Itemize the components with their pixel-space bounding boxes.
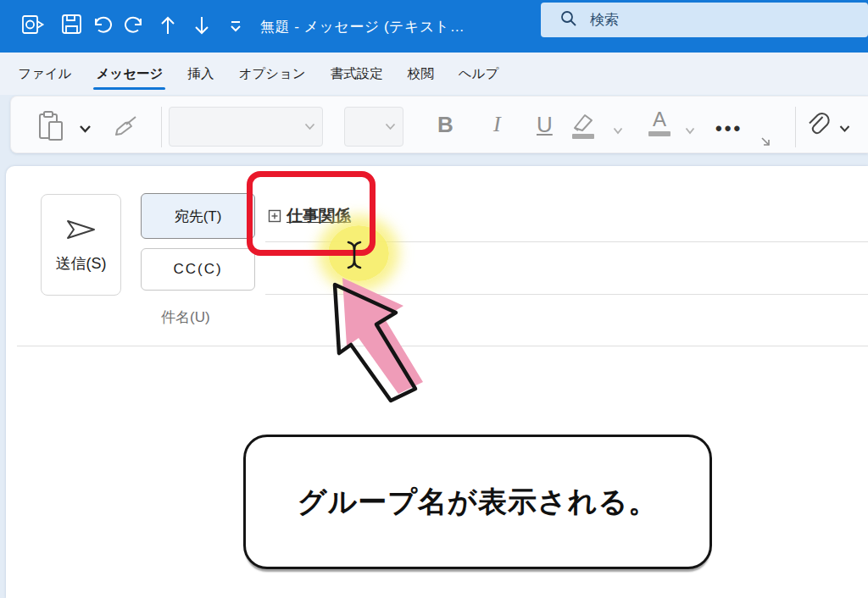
tab-insert[interactable]: 挿入 xyxy=(182,53,219,95)
outlook-message-window: 無題 - メッセージ (テキスト… ファイル メッセージ 挿入 オプション 書式… xyxy=(0,0,868,598)
attach-dropdown-chevron-icon[interactable] xyxy=(839,121,850,136)
font-color-button[interactable]: A xyxy=(648,109,670,136)
highlight-color-bar xyxy=(572,134,594,139)
more-formatting-button[interactable]: ••• xyxy=(715,118,743,140)
underline-button[interactable]: U xyxy=(537,112,553,137)
format-painter-icon[interactable] xyxy=(111,114,140,144)
font-color-dropdown-chevron-icon[interactable] xyxy=(685,123,695,138)
subject-label: 件名(U) xyxy=(161,307,210,327)
highlight-color-button[interactable] xyxy=(570,112,596,139)
tab-review[interactable]: 校閲 xyxy=(403,53,439,95)
font-size-combobox[interactable] xyxy=(344,107,403,147)
send-icon xyxy=(64,216,99,243)
qat-customize-icon[interactable] xyxy=(227,19,244,37)
move-up-icon[interactable] xyxy=(158,14,178,40)
tab-help[interactable]: ヘルプ xyxy=(453,53,504,95)
font-color-bar xyxy=(648,131,670,136)
highlight-dropdown-chevron-icon[interactable] xyxy=(613,123,623,138)
pink-arrow-annotation xyxy=(322,267,437,414)
redo-icon[interactable] xyxy=(124,14,147,40)
window-title: 無題 - メッセージ (テキスト… xyxy=(260,0,465,53)
chevron-down-icon xyxy=(385,123,396,130)
cc-button[interactable]: CC(C) xyxy=(141,248,255,291)
search-input[interactable] xyxy=(541,3,868,37)
tab-options[interactable]: オプション xyxy=(233,53,310,95)
tab-message[interactable]: メッセージ xyxy=(91,53,168,95)
chevron-down-icon xyxy=(304,123,315,130)
to-label: 宛先(T) xyxy=(175,207,222,226)
highlighter-icon xyxy=(570,112,596,132)
tab-file[interactable]: ファイル xyxy=(13,53,76,95)
outlook-app-icon xyxy=(19,12,45,41)
ribbon-toolbar: B I U A ••• xyxy=(10,96,868,153)
undo-icon[interactable] xyxy=(90,14,113,40)
send-button[interactable]: 送信(S) xyxy=(41,194,121,296)
toolbar-separator xyxy=(161,107,162,147)
search-icon xyxy=(559,9,578,31)
toolbar-separator xyxy=(795,107,796,147)
attach-file-icon[interactable] xyxy=(806,108,832,145)
dialog-launcher-icon[interactable] xyxy=(760,136,772,152)
save-icon[interactable] xyxy=(60,13,83,39)
paste-dropdown-chevron-icon[interactable] xyxy=(79,122,92,137)
title-bar: 無題 - メッセージ (テキスト… xyxy=(0,0,868,53)
font-name-combobox[interactable] xyxy=(169,107,323,147)
send-label: 送信(S) xyxy=(56,253,107,274)
subject-separator-line xyxy=(17,346,868,346)
font-color-letter: A xyxy=(653,109,666,130)
to-button[interactable]: 宛先(T) xyxy=(141,193,255,239)
italic-button[interactable]: I xyxy=(493,112,501,137)
bold-button[interactable]: B xyxy=(437,112,453,137)
paste-icon[interactable] xyxy=(36,110,65,146)
callout-text: グループ名が表示される。 xyxy=(298,483,659,522)
cc-label: CC(C) xyxy=(173,261,222,278)
move-down-icon[interactable] xyxy=(192,14,212,40)
callout-bubble: グループ名が表示される。 xyxy=(243,435,712,569)
tab-format-text[interactable]: 書式設定 xyxy=(326,53,388,95)
ribbon-tab-bar: ファイル メッセージ 挿入 オプション 書式設定 校閲 ヘルプ xyxy=(0,53,868,95)
